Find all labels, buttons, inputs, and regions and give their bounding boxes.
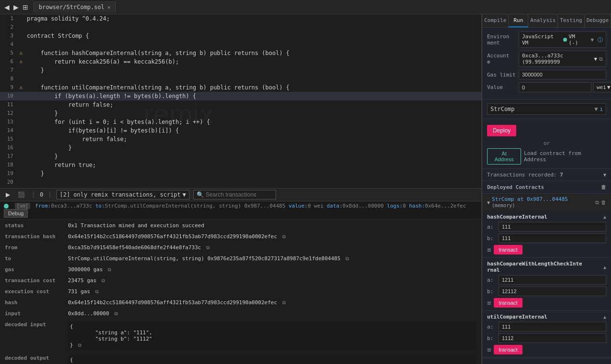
copy-icon[interactable]: ⧉ (78, 342, 81, 348)
func-hash-length-header: hashCompareWithLengthCheckInternal ▲ (487, 261, 606, 273)
contract-instance-header[interactable]: ▼ StrComp at 0x987...04485(memory) ⧉ 🗑 (482, 194, 611, 211)
code-line: 9⚠ function utilCompareInternal(string a… (0, 83, 481, 92)
at-address-row: At Address Load contract from Address (487, 148, 606, 165)
copy-icon[interactable]: ⧉ (282, 234, 286, 240)
gas-limit-input[interactable] (519, 70, 606, 79)
encode-icon2[interactable]: ≡ (487, 299, 491, 307)
line-number: 4 (0, 40, 17, 49)
param-b-label: b: (487, 235, 497, 242)
copy-icon[interactable]: ⧉ (206, 245, 210, 251)
param-b-input[interactable] (499, 233, 606, 243)
file-tab[interactable]: browser/StrComp.sol × (33, 1, 116, 12)
transact-hash-length-button[interactable]: transact (494, 298, 522, 308)
tab-compile[interactable]: Compile (482, 14, 509, 27)
decoded-output-value: { "0": "bool: false" } ⧉ (64, 353, 480, 364)
or-text: or (487, 140, 606, 146)
func-hash-compare-collapse-icon[interactable]: ▲ (603, 214, 606, 220)
copy-icon[interactable]: ⧉ (95, 289, 99, 295)
trash-icon[interactable]: 🗑 (601, 184, 606, 190)
param-b3-label: b: (487, 335, 497, 342)
split-button[interactable]: ⊞ (21, 3, 30, 11)
exec-cost-label: execution cost (1, 287, 63, 297)
tab-debugger[interactable]: Debugge (585, 14, 611, 27)
filter-dropdown[interactable]: [2] only remix transactions, script ▼ (56, 190, 189, 199)
vm-dropdown-icon[interactable]: ▼ (590, 37, 594, 43)
stop-button[interactable]: ⬛ (16, 190, 27, 199)
line-number: 9 (0, 83, 17, 92)
tab-run[interactable]: Run (509, 14, 528, 27)
right-tabs: Compile Run Analysis Testing Debugge (482, 14, 611, 28)
line-content: } (25, 152, 481, 161)
func-util-compare-actions: ≡ transact (487, 345, 606, 354)
tab-testing[interactable]: Testing (558, 14, 584, 27)
line-warn (17, 92, 25, 100)
wei-dropdown-icon[interactable]: ▼ (607, 84, 611, 90)
account-dropdown-icon[interactable]: ▼ (594, 56, 597, 62)
decoded-input-value: { "string a": "111", "string b": "1112" … (64, 320, 480, 352)
tab-close-button[interactable]: × (107, 4, 111, 11)
instance-trash-icon[interactable]: 🗑 (601, 199, 606, 206)
account-copy-icon[interactable]: ⧉ (599, 56, 603, 62)
copy-icon[interactable]: ⧉ (108, 267, 111, 273)
code-line: 15 return false; (0, 135, 481, 143)
tx-log-line: [vm] from:0xca3...a733c to:StrComp.utilC… (0, 201, 481, 220)
func-hash-length-check: hashCompareWithLengthCheckInternal ▲ a: … (482, 258, 611, 311)
line-number: 13 (0, 118, 17, 126)
contract-info-icon[interactable]: i (600, 106, 603, 112)
copy-icon[interactable]: ⧉ (282, 300, 286, 306)
line-content: contract StrComp { (25, 32, 481, 40)
instance-copy-icon[interactable]: ⧉ (595, 199, 599, 206)
func-util-compare-collapse-icon[interactable]: ▲ (603, 314, 606, 320)
contract-instance: ▼ StrComp at 0x987...04485(memory) ⧉ 🗑 h… (482, 194, 611, 358)
line-content: pragma solidity ^0.4.24; (25, 14, 481, 23)
encode-icon3[interactable]: ≡ (487, 346, 491, 353)
tx-panel: [vm] from:0xca3...a733c to:StrComp.utilC… (0, 201, 481, 364)
line-content: for (uint i = 0; i < bytes(a).length; i … (25, 118, 481, 126)
param-row-b2: b: (487, 287, 606, 296)
line-number: 2 (0, 23, 17, 32)
value-input[interactable] (519, 82, 591, 92)
search-input[interactable] (206, 191, 273, 198)
to-label: to (1, 254, 63, 264)
line-number: 20 (0, 178, 17, 187)
transactions-recorded-row[interactable]: Transactions recorded: 7 ▼ (482, 169, 611, 181)
func-hash-compare-actions: ≡ transact (487, 245, 606, 254)
code-line: 4 (0, 40, 481, 49)
tx-recorded-label: Transactions recorded: 7 (487, 172, 563, 178)
copy-icon[interactable]: ⧉ (101, 278, 105, 284)
transact-util-compare-button[interactable]: transact (494, 345, 522, 354)
table-row: transaction cost 23475 gas ⧉ (1, 276, 480, 286)
param-b2-input[interactable] (499, 287, 606, 296)
line-number: 14 (0, 126, 17, 135)
code-line: 17 } (0, 152, 481, 161)
at-address-button[interactable]: At Address (487, 148, 521, 165)
encode-icon[interactable]: ≡ (487, 246, 491, 254)
transact-hash-compare-button[interactable]: transact (494, 245, 522, 254)
contract-dropdown-icon[interactable]: ▼ (594, 106, 598, 112)
tx-hash-value: 0x64e15f14b2cc51864497d908576aff4321fb53… (64, 232, 480, 242)
forward-button[interactable]: ▶ (12, 3, 20, 11)
wei-select[interactable]: wei ▼ (593, 82, 611, 92)
search-container: 🔍 (193, 190, 276, 199)
param-row-b: b: (487, 233, 606, 243)
func-hash-length-collapse-icon[interactable]: ▲ (603, 265, 606, 270)
tab-analysis[interactable]: Analysis (528, 14, 558, 27)
deploy-button[interactable]: Deploy (487, 125, 516, 136)
param-a3-input[interactable] (499, 322, 606, 331)
contract-instance-address: StrComp at 0x987...04485(memory) (492, 196, 593, 209)
param-a-input[interactable] (499, 222, 606, 232)
func-hash-compare-header: hashCompareInternal ▲ (487, 214, 606, 220)
vm-info-icon[interactable]: ⓘ (598, 36, 603, 44)
code-line: 8 (0, 75, 481, 83)
line-content (25, 75, 481, 83)
param-a2-input[interactable] (499, 275, 606, 285)
line-warn (17, 126, 25, 135)
back-button[interactable]: ◀ (3, 3, 11, 11)
debug-button[interactable]: Debug (4, 209, 28, 218)
copy-icon[interactable]: ⧉ (345, 256, 349, 262)
param-b3-input[interactable] (499, 333, 606, 343)
run-button[interactable]: ▶ (4, 190, 12, 199)
code-editor[interactable]: remix 1pragma solidity ^0.4.24;23contrac… (0, 14, 481, 188)
copy-icon[interactable]: ⧉ (114, 311, 118, 317)
code-line: 7 } (0, 66, 481, 75)
